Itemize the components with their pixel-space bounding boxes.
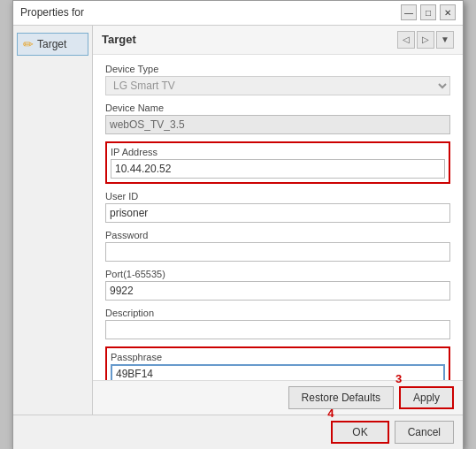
window-body: ✏ Target Target ◁ ▷ ▼ Device Type [13, 26, 463, 415]
annotation-3: 3 [395, 372, 402, 385]
maximize-button[interactable]: □ [420, 4, 436, 20]
device-name-group: Device Name [105, 103, 450, 134]
ip-address-input[interactable] [111, 159, 445, 179]
sidebar-item-label: Target [37, 38, 66, 50]
device-type-label: Device Type [105, 64, 450, 74]
password-group: Password [105, 230, 450, 262]
port-group: Port(1-65535) [105, 269, 450, 301]
port-input[interactable] [105, 281, 450, 301]
nav-controls: ◁ ▷ ▼ [397, 31, 454, 49]
sidebar-item-target[interactable]: ✏ Target [17, 33, 88, 56]
edit-icon: ✏ [23, 37, 34, 51]
password-label: Password [105, 230, 450, 240]
user-id-group: User ID [105, 191, 450, 223]
sidebar: ✏ Target [13, 26, 93, 415]
footer-area: Restore Defaults 3 Apply [93, 380, 463, 415]
main-header: Target ◁ ▷ ▼ [93, 26, 463, 55]
restore-defaults-button[interactable]: Restore Defaults [288, 386, 394, 409]
description-group: Description [105, 308, 450, 339]
description-input[interactable] [105, 320, 450, 339]
forward-button[interactable]: ▷ [417, 31, 434, 49]
passphrase-label: Passphrase [111, 352, 445, 362]
back-button[interactable]: ◁ [397, 31, 415, 49]
port-label: Port(1-65535) [105, 269, 450, 279]
close-button[interactable]: ✕ [440, 4, 456, 20]
ip-address-highlight-box: IP Address [105, 141, 450, 184]
title-bar-controls: — □ ✕ [401, 4, 456, 20]
description-label: Description [105, 308, 450, 318]
section-title: Target [102, 33, 136, 46]
device-name-label: Device Name [105, 103, 450, 113]
user-id-label: User ID [105, 191, 450, 202]
apply-wrapper: 3 Apply [399, 386, 454, 409]
ip-address-group: 1 IP Address [105, 141, 450, 184]
minimize-button[interactable]: — [401, 4, 417, 20]
device-type-select[interactable]: LG Smart TV [105, 76, 450, 95]
device-name-input [105, 115, 450, 134]
properties-window: Properties for — □ ✕ ✏ Target Target ◁ ▷… [12, 0, 464, 449]
title-bar: Properties for — □ ✕ [13, 1, 463, 26]
user-id-input[interactable] [105, 203, 450, 223]
device-type-group: Device Type LG Smart TV [105, 64, 450, 95]
apply-button[interactable]: Apply [399, 386, 454, 409]
ip-address-label: IP Address [111, 147, 445, 157]
window-title: Properties for [20, 6, 84, 19]
password-input[interactable] [105, 242, 450, 262]
cancel-button[interactable]: Cancel [395, 421, 454, 444]
annotation-4: 4 [327, 407, 334, 420]
bottom-bar: 4 OK Cancel [13, 415, 463, 449]
ok-wrapper: 4 OK [331, 421, 388, 444]
ok-button[interactable]: OK [331, 421, 388, 444]
dropdown-button[interactable]: ▼ [436, 31, 454, 49]
form-area: Device Type LG Smart TV Device Name 1 IP… [93, 55, 463, 380]
main-content: Target ◁ ▷ ▼ Device Type LG Smart TV [93, 26, 463, 415]
